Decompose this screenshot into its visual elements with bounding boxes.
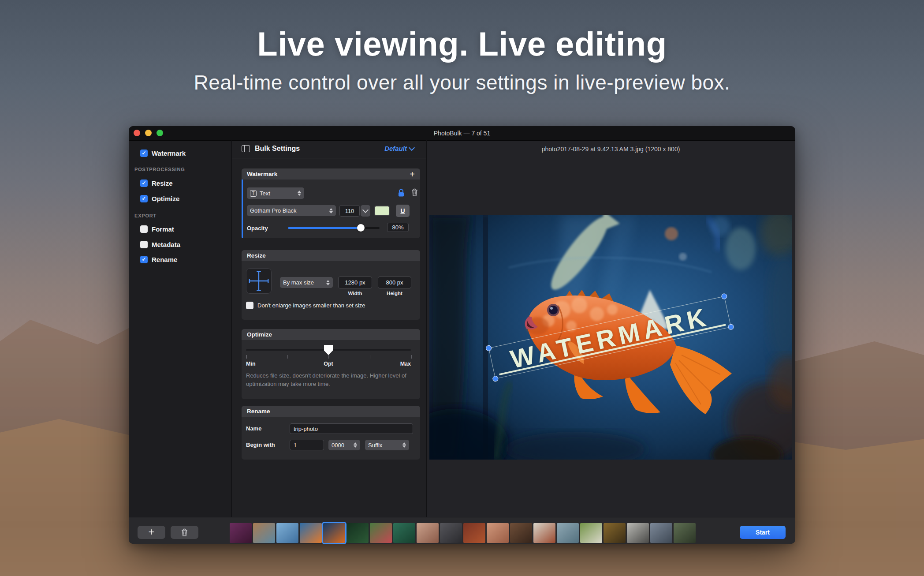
bottom-toolbar: + Start (129, 517, 795, 544)
thumbnail[interactable] (440, 523, 462, 543)
add-watermark-button[interactable]: + (410, 170, 415, 179)
name-input[interactable]: trip-photo (290, 423, 413, 434)
begin-with-label: Begin with (246, 441, 275, 448)
optimize-tick-label: Min (246, 361, 256, 367)
chevron-down-icon (362, 207, 369, 213)
window-title: PhotoBulk — 7 of 51 (129, 126, 795, 140)
watermark-checkbox[interactable]: ✓ (140, 150, 148, 157)
sidebar-group-postprocessing: POSTPROCESSING (134, 167, 185, 172)
preset-dropdown[interactable]: Default (384, 145, 414, 152)
begin-with-input[interactable]: 1 (290, 440, 324, 450)
thumbnail-strip (129, 517, 795, 544)
width-label: Width (338, 291, 372, 296)
opacity-value-box[interactable]: 80% (387, 223, 409, 232)
chevron-down-icon (409, 144, 415, 150)
window-titlebar[interactable]: PhotoBulk — 7 of 51 (129, 126, 795, 141)
thumbnail[interactable] (393, 523, 415, 543)
dont-enlarge-row[interactable]: Don't enlarge images smaller than set si… (246, 302, 365, 309)
sidebar-item-label: Optimize (152, 195, 179, 202)
digits-value: 0000 (332, 442, 344, 449)
watermark-type-value: Text (260, 190, 270, 197)
rename-checkbox[interactable]: ✓ (140, 256, 148, 263)
opacity-slider-thumb[interactable] (357, 224, 365, 232)
preview-filename: photo2017-08-29 at 9.42.13 AM 3.jpg (120… (426, 146, 795, 153)
thumbnail[interactable] (230, 523, 252, 543)
preview-photo[interactable]: WATERMARK (429, 215, 792, 460)
suffix-dropdown[interactable]: Suffix (365, 440, 409, 450)
watermark-accent-bar (242, 180, 243, 238)
digits-dropdown[interactable]: 0000 (328, 440, 360, 450)
font-size-stepper[interactable] (361, 205, 370, 217)
resize-section: Resize By max size 1280 px Width 800 px … (242, 250, 420, 320)
font-size-input[interactable]: 110 (339, 205, 360, 217)
optimize-tick (287, 355, 288, 359)
optimize-tick (411, 355, 412, 359)
suffix-value: Suffix (368, 442, 382, 449)
font-size-value: 110 (345, 208, 354, 214)
font-value: Gotham Pro Black (250, 207, 297, 214)
metadata-checkbox[interactable] (140, 241, 148, 248)
thumbnail-selected[interactable] (323, 523, 345, 543)
updown-arrows-icon (298, 191, 301, 196)
thumbnail[interactable] (627, 523, 649, 543)
opacity-slider[interactable] (288, 227, 380, 229)
resize-mode-dropdown[interactable]: By max size (280, 277, 333, 288)
resize-height-input[interactable]: 800 px (378, 277, 411, 288)
thumbnail[interactable] (510, 523, 532, 543)
height-label: Height (378, 291, 411, 296)
underline-toggle-button[interactable]: U (396, 205, 410, 217)
delete-watermark-icon[interactable] (411, 188, 418, 197)
watermark-color-swatch[interactable] (374, 206, 390, 216)
thumbnail[interactable] (253, 523, 275, 543)
thumbnail[interactable] (276, 523, 298, 543)
sidebar-item-metadata[interactable]: Metadata (129, 240, 231, 249)
optimize-tick-label: Max (400, 361, 411, 367)
name-label: Name (246, 425, 261, 432)
sidebar-item-rename[interactable]: ✓ Rename (129, 255, 231, 264)
updown-arrows-icon (402, 442, 406, 448)
watermark-section-title: Watermark (247, 171, 277, 177)
optimize-checkbox[interactable]: ✓ (140, 195, 148, 202)
sidebar-item-resize[interactable]: ✓ Resize (129, 179, 231, 187)
updown-arrows-icon (354, 442, 357, 448)
dont-enlarge-checkbox[interactable] (246, 302, 253, 309)
thumbnail[interactable] (580, 523, 602, 543)
sidebar-item-format[interactable]: Format (129, 224, 231, 233)
opacity-label: Opacity (247, 225, 268, 232)
thumbnail[interactable] (463, 523, 485, 543)
bulk-settings-icon (242, 145, 250, 152)
sidebar-item-watermark[interactable]: ✓ Watermark (129, 149, 231, 157)
name-value: trip-photo (294, 426, 318, 432)
thumbnail[interactable] (417, 523, 439, 543)
thumbnail[interactable] (533, 523, 555, 543)
watermark-type-dropdown[interactable]: T Text (247, 187, 304, 199)
rename-section-title: Rename (247, 408, 270, 415)
opacity-slider-fill (288, 227, 361, 229)
lock-icon[interactable] (398, 189, 405, 197)
thumbnail[interactable] (370, 523, 392, 543)
start-button[interactable]: Start (740, 526, 786, 539)
thumbnail[interactable] (487, 523, 509, 543)
thumbnail[interactable] (674, 523, 696, 543)
resize-section-header: Resize (242, 250, 420, 261)
font-dropdown[interactable]: Gotham Pro Black (247, 205, 336, 216)
optimize-slider-thumb[interactable] (324, 345, 333, 355)
thumbnail[interactable] (300, 523, 322, 543)
thumbnail[interactable] (346, 523, 369, 543)
sidebar-item-optimize[interactable]: ✓ Optimize (129, 194, 231, 203)
format-checkbox[interactable] (140, 225, 148, 233)
opacity-value: 80% (392, 224, 403, 231)
updown-arrows-icon (326, 280, 330, 285)
resize-mode-value: By max size (283, 279, 314, 286)
rename-section: Rename Name trip-photo Begin with 1 0000… (242, 406, 420, 460)
resize-checkbox[interactable]: ✓ (140, 180, 148, 187)
thumbnail[interactable] (557, 523, 579, 543)
resize-crop-icon (246, 268, 272, 294)
resize-height-value: 800 px (386, 279, 403, 286)
sidebar-item-label: Format (152, 225, 174, 233)
sidebar-group-export: EXPORT (134, 213, 156, 218)
thumbnail[interactable] (604, 523, 626, 543)
resize-width-input[interactable]: 1280 px (338, 277, 372, 288)
optimize-section-header: Optimize (242, 329, 420, 340)
thumbnail[interactable] (650, 523, 672, 543)
